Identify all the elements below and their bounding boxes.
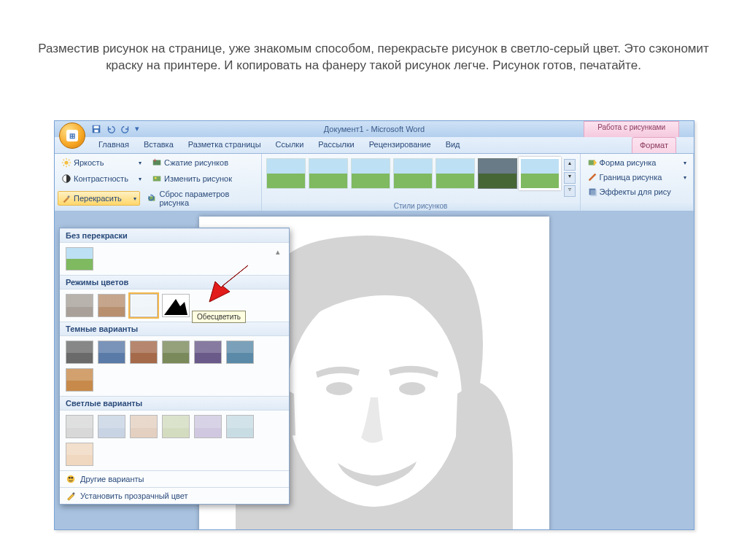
tab-format[interactable]: Формат — [632, 137, 676, 153]
svg-rect-20 — [590, 190, 597, 196]
style-thumb[interactable] — [309, 158, 348, 189]
save-icon[interactable] — [91, 124, 101, 134]
section-color-modes: Режимы цветов — [60, 275, 289, 289]
more-colors-icon — [66, 474, 76, 484]
swatch[interactable] — [66, 368, 93, 392]
style-thumb[interactable] — [393, 158, 433, 189]
compress-icon — [152, 158, 162, 168]
reset-picture-button[interactable]: Сброс параметров рисунка — [143, 187, 258, 209]
style-thumb[interactable] — [478, 158, 517, 189]
swatch[interactable] — [66, 443, 93, 466]
picture-shape-button[interactable]: Форма рисунка▾ — [584, 155, 690, 170]
office-logo-icon: ⊞ — [66, 130, 78, 141]
gallery-more[interactable]: ▿ — [564, 185, 576, 197]
ribbon: Яркость▾ Сжатие рисунков Контрастность▾ … — [55, 154, 694, 211]
swatch[interactable] — [130, 341, 158, 364]
svg-rect-1 — [94, 126, 99, 129]
tab-view[interactable]: Вид — [438, 137, 468, 153]
tab-layout[interactable]: Разметка страницы — [181, 137, 268, 153]
brightness-button[interactable]: Яркость▾ — [58, 155, 145, 170]
tab-home[interactable]: Главная — [91, 137, 136, 153]
chevron-down-icon: ▾ — [133, 195, 136, 202]
brightness-label: Яркость — [74, 158, 104, 167]
compress-button[interactable]: Сжатие рисунков — [148, 155, 232, 170]
contrast-icon — [61, 174, 71, 184]
more-variants-item[interactable]: Другие варианты — [60, 470, 289, 487]
qat-dropdown-icon[interactable]: ▾ — [135, 124, 145, 134]
picture-border-button[interactable]: Граница рисунка▾ — [584, 170, 690, 184]
style-thumb[interactable] — [351, 158, 390, 189]
group-picture-styles: ▴ ▾ ▿ Стили рисунков — [262, 154, 581, 211]
style-thumb[interactable] — [436, 158, 475, 189]
swatch[interactable] — [226, 415, 254, 438]
style-thumb-selected[interactable] — [520, 158, 560, 189]
swatch[interactable] — [66, 341, 93, 364]
swatch[interactable] — [98, 415, 125, 438]
gallery-scroll-down[interactable]: ▾ — [564, 172, 576, 184]
tab-review[interactable]: Рецензирование — [362, 137, 438, 153]
recolor-button[interactable]: Перекрасить▾ — [58, 191, 140, 206]
svg-line-8 — [63, 160, 64, 160]
chevron-down-icon: ▾ — [684, 174, 686, 181]
swatch-original[interactable] — [66, 247, 93, 271]
chevron-down-icon: ▾ — [139, 160, 142, 166]
picture-effects-button[interactable]: Эффекты для рису — [584, 184, 690, 199]
svg-line-9 — [69, 165, 69, 166]
gallery-scroll-up[interactable]: ▴ — [564, 159, 576, 171]
group-picture-tools: Форма рисунка▾ Граница рисунка▾ Эффекты … — [581, 154, 694, 211]
more-variants-label: Другие варианты — [80, 475, 144, 483]
swatch[interactable] — [98, 294, 125, 317]
svg-point-24 — [67, 475, 75, 483]
swatch[interactable] — [66, 415, 93, 438]
compress-label: Сжатие рисунков — [164, 158, 228, 167]
svg-line-11 — [69, 160, 69, 160]
swatch[interactable] — [162, 341, 190, 364]
svg-rect-2 — [94, 130, 98, 133]
swatch[interactable] — [194, 341, 222, 364]
set-transparent-item[interactable]: Установить прозрачный цвет — [60, 487, 289, 504]
change-picture-button[interactable]: Изменить рисунок — [148, 171, 236, 186]
reset-label: Сброс параметров рисунка — [159, 190, 254, 207]
section-no-recolor: Без перекраски — [60, 228, 289, 243]
set-transparent-label: Установить прозрачный цвет — [80, 491, 188, 500]
svg-point-22 — [326, 382, 352, 395]
swatch[interactable] — [98, 341, 125, 364]
change-picture-icon — [152, 174, 162, 184]
swatch[interactable] — [130, 294, 158, 317]
recolor-dropdown: Без перекраски ▴ Режимы цветов Темные ва… — [59, 228, 290, 505]
redo-icon[interactable] — [120, 124, 131, 134]
border-icon — [587, 172, 597, 182]
ribbon-tabs: Главная Вставка Разметка страницы Ссылки… — [55, 137, 694, 154]
svg-point-25 — [69, 477, 71, 479]
brightness-icon — [61, 158, 71, 168]
undo-icon[interactable] — [106, 124, 116, 134]
swatch[interactable] — [226, 341, 254, 364]
word-window: ⊞ ▾ Документ1 - Microsoft Word Работа с … — [54, 120, 694, 530]
style-thumb[interactable] — [266, 158, 306, 189]
contrast-button[interactable]: Контрастность▾ — [58, 171, 145, 186]
window-title: Документ1 - Microsoft Word — [324, 125, 425, 133]
svg-point-3 — [64, 160, 68, 164]
swatch[interactable] — [162, 294, 190, 317]
tab-mailings[interactable]: Рассылки — [311, 137, 361, 153]
swatch[interactable] — [130, 415, 158, 438]
swatch[interactable] — [194, 415, 222, 438]
picture-shape-label: Форма рисунка — [600, 158, 657, 167]
dropdown-scroll-up[interactable]: ▴ — [273, 247, 283, 271]
title-bar: ⊞ ▾ Документ1 - Microsoft Word Работа с … — [55, 121, 694, 137]
change-picture-label: Изменить рисунок — [164, 174, 232, 183]
picture-border-label: Граница рисунка — [600, 173, 662, 182]
quick-access-toolbar: ▾ — [91, 124, 145, 134]
swatch[interactable] — [66, 294, 93, 317]
svg-point-23 — [399, 382, 425, 395]
red-arrow-annotation — [208, 264, 252, 303]
swatch[interactable] — [162, 415, 190, 438]
svg-rect-14 — [153, 176, 161, 182]
group-label-styles: Стили рисунков — [262, 202, 580, 210]
office-button[interactable]: ⊞ — [59, 122, 85, 149]
contrast-label: Контрастность — [74, 174, 128, 183]
tab-insert[interactable]: Вставка — [136, 137, 181, 153]
tab-references[interactable]: Ссылки — [268, 137, 311, 153]
reset-icon — [147, 193, 157, 203]
recolor-icon — [61, 193, 71, 203]
